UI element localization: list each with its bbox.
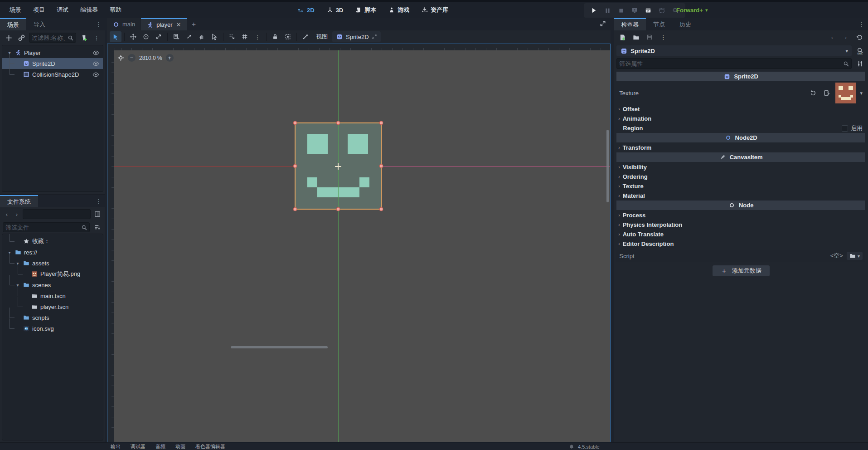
workspace-assetlib-button[interactable]: 资产库 xyxy=(417,4,452,16)
pause-button[interactable] xyxy=(602,5,613,16)
select-tool-button[interactable] xyxy=(110,31,121,42)
zoom-percentage[interactable]: 2810.0 % xyxy=(139,55,162,61)
menu-item[interactable]: 帮助 xyxy=(105,4,126,16)
visibility-eye-icon[interactable] xyxy=(92,49,99,56)
add-node-button[interactable] xyxy=(4,33,14,43)
pan-tool-button[interactable] xyxy=(196,31,208,42)
group-auto-translate[interactable]: ›Auto Translate xyxy=(616,230,865,239)
edit-history-icon[interactable] xyxy=(854,32,864,42)
filesystem-menu-icon[interactable]: ⋮ xyxy=(92,195,105,207)
distraction-free-icon[interactable] xyxy=(600,20,606,27)
version-label[interactable]: 4.5.stable xyxy=(578,444,600,450)
workspace-game-button[interactable]: 游戏 xyxy=(384,4,413,16)
inspector-back-icon[interactable]: ‹ xyxy=(827,32,837,42)
workspace-script-button[interactable]: 脚本 xyxy=(351,4,380,16)
filesystem-tree-row[interactable]: icon.svg xyxy=(2,323,103,334)
play-scene-button[interactable] xyxy=(643,5,654,16)
menu-item[interactable]: 项目 xyxy=(28,4,50,16)
tab-import[interactable]: 导入 xyxy=(26,18,53,30)
menu-item[interactable]: 编辑器 xyxy=(75,4,103,16)
group-selected-icon[interactable] xyxy=(282,31,294,42)
remote-debug-button[interactable] xyxy=(629,5,640,16)
resource-menu-icon[interactable]: ⋮ xyxy=(658,32,668,42)
region-enabled-checkbox[interactable] xyxy=(842,125,848,132)
scene-tree-row[interactable]: CollisionShape2D xyxy=(2,69,103,80)
close-tab-icon[interactable]: ✕ xyxy=(176,21,181,28)
group-animation[interactable]: ›Animation xyxy=(616,114,865,123)
selection-handle[interactable] xyxy=(336,207,340,211)
open-docs-icon[interactable]: DOC xyxy=(854,45,865,56)
stop-button[interactable] xyxy=(616,5,626,16)
canvas-vertical-scrollbar[interactable] xyxy=(606,130,609,202)
script-load-icon[interactable] xyxy=(849,253,856,259)
notification-bell-icon[interactable] xyxy=(569,444,574,450)
visibility-eye-icon[interactable] xyxy=(92,71,99,78)
selection-handle[interactable] xyxy=(379,121,383,125)
smart-snap-icon[interactable] xyxy=(226,31,238,42)
instance-scene-button[interactable] xyxy=(16,33,26,43)
pivot-tool-button[interactable] xyxy=(183,31,195,42)
scene-tab-main[interactable]: main xyxy=(107,18,141,30)
edit-texture-icon[interactable] xyxy=(822,88,832,98)
menu-item[interactable]: 调试 xyxy=(52,4,73,16)
lock-selected-icon[interactable] xyxy=(269,31,281,42)
group-transform[interactable]: ›Transform xyxy=(616,143,865,152)
revert-icon[interactable] xyxy=(808,88,818,98)
selection-handle[interactable] xyxy=(293,164,297,168)
inspector-forward-icon[interactable]: › xyxy=(841,32,851,42)
group-physics-interpolation[interactable]: ›Physics Interpolation xyxy=(616,220,865,230)
load-resource-icon[interactable] xyxy=(631,32,641,42)
play-button[interactable] xyxy=(588,5,599,16)
scene-tab-player[interactable]: player ✕ xyxy=(141,18,186,30)
history-forward-icon[interactable]: › xyxy=(13,209,21,219)
selection-handle[interactable] xyxy=(293,207,297,211)
scale-tool-button[interactable] xyxy=(153,31,165,42)
new-resource-icon[interactable] xyxy=(617,32,627,42)
grid-snap-icon[interactable] xyxy=(239,31,251,42)
path-input[interactable] xyxy=(23,209,91,219)
canvas-2d[interactable]: − 2810.0 % + xyxy=(114,50,610,442)
workspace-2d-button[interactable]: 2D xyxy=(294,5,318,15)
selection-handle[interactable] xyxy=(379,164,383,168)
pivot-crosshair[interactable] xyxy=(335,163,341,170)
filesystem-tree-row[interactable]: Player简易.png xyxy=(2,269,103,279)
rotate-tool-button[interactable] xyxy=(140,31,152,42)
selection-handle[interactable] xyxy=(379,207,383,211)
zoom-in-button[interactable]: + xyxy=(166,54,174,62)
workspace-3d-button[interactable]: 3D xyxy=(323,5,347,15)
texture-thumbnail[interactable] xyxy=(835,83,856,103)
scene-tree-menu-icon[interactable]: ⋮ xyxy=(92,33,102,43)
canvas-horizontal-scrollbar[interactable] xyxy=(231,346,328,348)
new-scene-tab-button[interactable]: + xyxy=(187,18,201,30)
play-custom-scene-button[interactable] xyxy=(656,5,667,16)
filesystem-tree-row[interactable]: scripts xyxy=(2,312,103,323)
bottom-panel-button[interactable]: 动画 xyxy=(175,443,185,450)
move-tool-button[interactable] xyxy=(127,31,139,42)
tab-node[interactable]: 节点 xyxy=(646,18,672,30)
node-selector[interactable]: Sprite2D ▾ xyxy=(616,45,852,56)
ruler-tool-button[interactable] xyxy=(209,31,220,42)
scene-filter-input[interactable] xyxy=(32,34,66,41)
sort-files-icon[interactable] xyxy=(92,222,102,232)
group-material[interactable]: ›Material xyxy=(616,191,865,201)
group-visibility[interactable]: ›Visibility xyxy=(616,162,865,172)
tab-scene[interactable]: 场景 xyxy=(0,18,26,30)
filesystem-tree-row[interactable]: player.tscn xyxy=(2,301,103,312)
group-texture[interactable]: ›Texture xyxy=(616,181,865,191)
skeleton-options-icon[interactable] xyxy=(300,31,311,42)
zoom-out-button[interactable]: − xyxy=(128,54,136,62)
save-resource-icon[interactable] xyxy=(645,32,655,42)
list-select-tool-button[interactable] xyxy=(170,31,182,42)
add-metadata-button[interactable]: ＋ 添加元数据 xyxy=(713,265,770,276)
group-editor-description[interactable]: ›Editor Description xyxy=(616,239,865,249)
tab-history[interactable]: 历史 xyxy=(672,18,698,30)
history-back-icon[interactable]: ‹ xyxy=(3,209,11,219)
dock-menu-icon[interactable]: ⋮ xyxy=(92,18,105,30)
filesystem-filter-input[interactable] xyxy=(5,224,79,231)
bottom-panel-button[interactable]: 音频 xyxy=(155,443,165,450)
visibility-eye-icon[interactable] xyxy=(92,60,99,67)
group-ordering[interactable]: ›Ordering xyxy=(616,172,865,181)
script-options-chevron-icon[interactable]: ▾ xyxy=(858,254,860,259)
toggle-split-mode-icon[interactable] xyxy=(92,209,102,219)
selection-handle[interactable] xyxy=(293,121,297,125)
